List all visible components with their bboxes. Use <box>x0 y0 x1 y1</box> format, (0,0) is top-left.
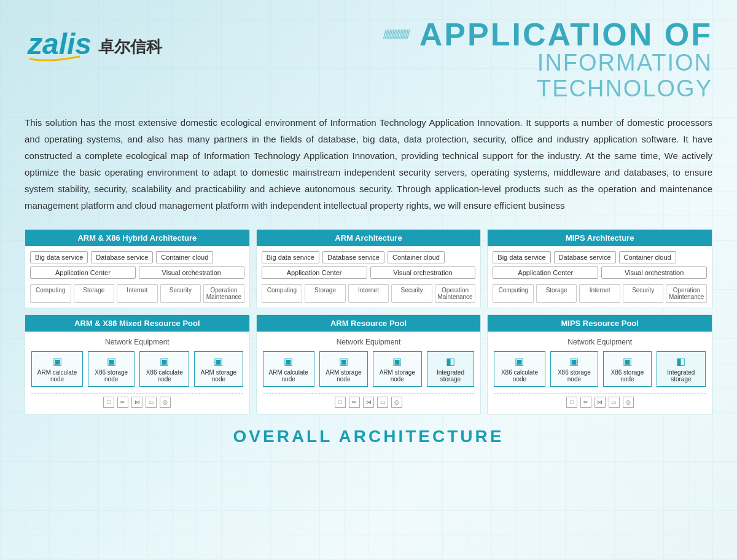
tag-opmaint-0: Operation Maintenance <box>203 284 244 303</box>
icon-rect-1: ▭ <box>377 397 388 408</box>
network-label-2: Network Equipment <box>494 338 706 346</box>
svg-text:卓尔信科: 卓尔信科 <box>98 37 163 56</box>
tag-internet-1: Internet <box>348 284 389 303</box>
architecture-section: ARM & X86 Hybrid Architecture Big data s… <box>25 229 712 308</box>
tag-security-1: Security <box>391 284 432 303</box>
node-x86-storage-2b: ▣ X86 storage node <box>603 351 652 387</box>
pool-icons-0: □ ✏ ⋈ ▭ ◎ <box>31 393 243 408</box>
node-arm-calc: ▣ ARM calculate node <box>31 351 83 387</box>
tag-opmaint-2: Operation Maintenance <box>666 284 707 303</box>
icon-rect-2: ▭ <box>609 397 620 408</box>
node-arm-storage: ▣ ARM storage node <box>194 351 243 387</box>
icon-network-2: ⋈ <box>595 397 606 408</box>
node-arm-calc-1: ▣ ARM calculate node <box>263 351 314 387</box>
network-label-0: Network Equipment <box>31 338 243 346</box>
icon-pencil-1: ✏ <box>349 397 360 408</box>
icon-pencil-0: ✏ <box>117 397 128 408</box>
logo-svg: zalis 卓尔信科 <box>25 18 221 68</box>
tag-database-1: Database service <box>322 251 384 263</box>
icon-circle-0: ◎ <box>160 397 171 408</box>
tag-internet-0: Internet <box>117 284 158 303</box>
pool-card-arm: ARM Resource Pool Network Equipment ▣ AR… <box>256 314 482 414</box>
logo-area: zalis 卓尔信科 <box>25 18 221 68</box>
tag-computing-0: Computing <box>30 284 71 303</box>
icon-network-1: ⋈ <box>363 397 374 408</box>
pool-header-arm-x86: ARM & X86 Mixed Resource Pool <box>25 315 249 332</box>
tag-visual-2: Visual orchestration <box>601 266 707 279</box>
tag-visual-0: Visual orchestration <box>139 266 244 279</box>
tag-computing-2: Computing <box>493 284 534 303</box>
icon-pencil-2: ✏ <box>580 397 591 408</box>
icon-square-2: □ <box>566 397 577 408</box>
title-info-tech: INFORMATION TECHNOLOGY <box>383 50 712 102</box>
tag-storage-0: Storage <box>74 284 115 303</box>
icon-network-0: ⋈ <box>131 397 142 408</box>
arch-card-arm-x86: ARM & X86 Hybrid Architecture Big data s… <box>25 229 250 308</box>
tag-visual-1: Visual orchestration <box>370 266 476 279</box>
arch-header-mips: MIPS Architecture <box>488 230 712 246</box>
tag-appcenter-0: Application Center <box>30 266 136 279</box>
arch-header-arm: ARM Architecture <box>257 230 481 246</box>
tag-container-0: Container cloud <box>156 251 213 263</box>
pool-icons-1: □ ✏ ⋈ ▭ ◎ <box>263 393 475 408</box>
tag-opmaint-1: Operation Maintenance <box>435 284 476 303</box>
pool-header-mips: MIPS Resource Pool <box>488 315 712 332</box>
tag-appcenter-2: Application Center <box>493 266 598 279</box>
tag-container-2: Container cloud <box>619 251 676 263</box>
title-area: //////////////// APPLICATION OF INFORMAT… <box>383 18 712 102</box>
tag-internet-2: Internet <box>579 284 620 303</box>
tag-computing-1: Computing <box>262 284 303 303</box>
tag-database-0: Database service <box>91 251 153 263</box>
icon-circle-2: ◎ <box>623 397 634 408</box>
tag-bigdata-0: Big data service <box>30 251 88 263</box>
node-integrated-2: ◧ Integrated storage <box>657 351 706 387</box>
network-label-1: Network Equipment <box>263 338 475 346</box>
tag-container-1: Container cloud <box>388 251 445 263</box>
arch-card-mips: MIPS Architecture Big data service Datab… <box>487 229 712 308</box>
slash-decoration: //////////////// <box>383 28 408 42</box>
node-x86-storage-1: ▣ X86 storage node <box>88 351 135 387</box>
node-x86-calc-2: ▣ X86 calculate node <box>494 351 545 387</box>
icon-rect-0: ▭ <box>146 397 157 408</box>
node-arm-storage-1a: ▣ ARM storage node <box>319 351 368 387</box>
svg-text:zalis: zalis <box>27 28 92 60</box>
tag-storage-1: Storage <box>305 284 346 303</box>
pool-card-mips: MIPS Resource Pool Network Equipment ▣ X… <box>487 314 712 414</box>
tag-bigdata-1: Big data service <box>262 251 319 263</box>
icon-square-0: □ <box>103 397 114 408</box>
title-application: APPLICATION OF <box>419 18 712 50</box>
overall-architecture-label: OVERALL ARCHITECTURE <box>25 427 712 446</box>
pool-icons-2: □ ✏ ⋈ ▭ ◎ <box>494 393 706 408</box>
pool-card-arm-x86: ARM & X86 Mixed Resource Pool Network Eq… <box>25 314 250 414</box>
node-arm-storage-1b: ▣ ARM storage node <box>373 351 421 387</box>
header: zalis 卓尔信科 //////////////// APPLICATION … <box>25 18 712 102</box>
tag-appcenter-1: Application Center <box>262 266 367 279</box>
node-x86-storage-2a: ▣ X86 storage node <box>550 351 599 387</box>
tag-database-2: Database service <box>554 251 616 263</box>
body-text: This solution has the most extensive dom… <box>25 114 712 214</box>
arch-card-arm: ARM Architecture Big data service Databa… <box>256 229 482 308</box>
node-integrated-1: ◧ Integrated storage <box>427 351 475 387</box>
resource-pool-section: ARM & X86 Mixed Resource Pool Network Eq… <box>25 314 712 414</box>
tag-security-2: Security <box>623 284 664 303</box>
icon-square-1: □ <box>335 397 346 408</box>
node-x86-calc: ▣ X86 calculate node <box>139 351 189 387</box>
arch-header-arm-x86: ARM & X86 Hybrid Architecture <box>25 230 249 246</box>
pool-header-arm: ARM Resource Pool <box>257 315 481 332</box>
tag-bigdata-2: Big data service <box>493 251 550 263</box>
tag-security-0: Security <box>160 284 201 303</box>
tag-storage-2: Storage <box>536 284 577 303</box>
icon-circle-1: ◎ <box>391 397 402 408</box>
